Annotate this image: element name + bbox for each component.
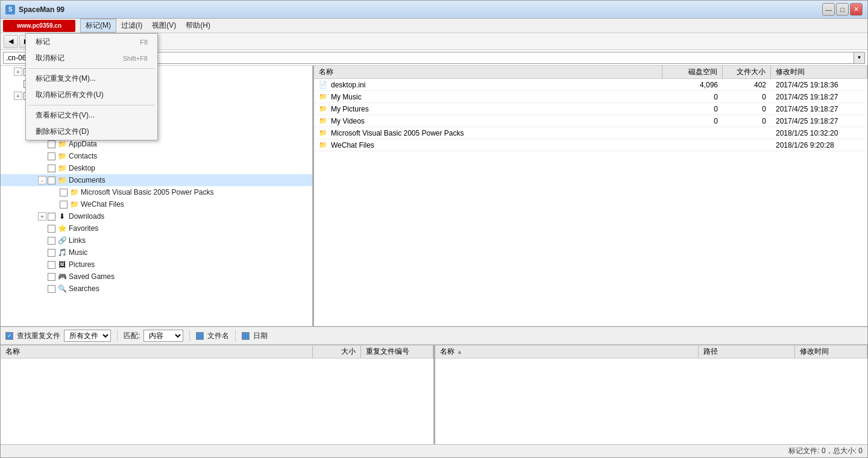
filename-checkbox[interactable] [196,332,204,340]
maximize-button[interactable]: □ [836,3,849,16]
menu-item-filter[interactable]: 过滤(I) [116,19,147,32]
expand-icon[interactable]: + [38,212,46,221]
menu-item-help[interactable]: 帮助(H) [181,19,215,32]
dropdown-delete-marked[interactable]: 删除标记文件(D) [26,124,157,140]
searches-icon: 🔍 [57,284,67,293]
dropdown-view-marked[interactable]: 查看标记文件(V)... [26,107,157,124]
file-row-wechat[interactable]: 📁WeChat Files 2018/1/26 9:20:28 [314,139,867,151]
downloads-icon: ⬇ [57,212,67,221]
expand-icon[interactable]: + [14,92,22,100]
tree-checkbox[interactable] [48,249,55,257]
dropdown-sep1 [28,68,155,69]
tree-item-links[interactable]: 🔗 Links [1,234,312,246]
tree-checkbox[interactable] [48,177,55,184]
tree-item-music[interactable]: 🎵 Music [1,246,312,259]
dup-header-size[interactable]: 大小 [313,345,361,358]
file-row-desktop-ini[interactable]: 📄desktop.ini 4,096 402 2017/4/25 19:18:3… [314,79,867,91]
close-button[interactable]: ✕ [850,3,863,16]
tree-item-mvb2005[interactable]: 📁 Microsoft Visual Basic 2005 Power Pack… [1,186,312,198]
tree-checkbox[interactable] [48,165,55,172]
cell-date: 2017/4/25 19:18:27 [771,93,867,101]
tree-item-pictures[interactable]: 🖼 Pictures [1,259,312,271]
file-row-my-pictures[interactable]: 📁My Pictures 0 0 2017/4/25 19:18:27 [314,103,867,115]
match-type-select[interactable]: 内容 文件名 大小 [143,330,183,342]
tree-label: Contacts [69,152,97,160]
dup-right-header-name[interactable]: 名称 ▲ [435,345,699,358]
folder-icon: 📁 [319,93,329,101]
tree-item-favorites[interactable]: ⭐ Favorites [1,222,312,234]
dup-right-header-mtime[interactable]: 修改时间 [795,345,867,358]
tree-item-contacts[interactable]: 📁 Contacts [1,150,312,162]
file-icon: 📄 [319,81,329,89]
tree-checkbox[interactable] [60,189,68,196]
header-name[interactable]: 名称 [314,66,662,78]
cell-disk: 4,096 [662,81,723,89]
folder-icon: 📁 [69,188,79,196]
folder-icon: 📁 [319,105,329,113]
tree-checkbox[interactable] [48,261,55,269]
header-date[interactable]: 修改时间 [771,66,867,78]
tree-item-saved-games[interactable]: 🎮 Saved Games [1,271,312,283]
dropdown-unmark-all[interactable]: 取消标记所有文件(U) [26,87,157,103]
tree-label: Saved Games [69,272,115,281]
cell-size: 0 [723,105,771,113]
file-row-mvb[interactable]: 📁Microsoft Visual Basic 2005 Power Packs… [314,127,867,139]
tree-checkbox[interactable] [48,285,55,293]
dropdown-mark[interactable]: 标记 F8 [26,34,157,50]
menu-item-view[interactable]: 视图(V) [147,19,181,32]
dropdown-menu: 标记 F8 取消标记 Shift+F8 标记重复文件(M)... 取消标记所有文… [25,33,158,140]
dup-right-body [435,359,868,444]
separator [117,330,118,342]
dropdown-mark-dup[interactable]: 标记重复文件(M)... [26,71,157,87]
dropdown-unmark[interactable]: 取消标记 Shift+F8 [26,50,157,66]
tree-checkbox[interactable] [48,140,55,148]
dup-header-num[interactable]: 重复文件编号 [361,345,433,358]
address-dropdown[interactable]: ▼ [854,52,865,64]
tree-checkbox[interactable] [48,213,55,221]
saved-games-icon: 🎮 [57,272,67,281]
status-text: 标记文件: 0，总大小: 0 [788,446,863,456]
tree-checkbox[interactable] [60,201,68,209]
expand-icon[interactable]: + [14,67,22,76]
tree-item-documents[interactable]: - 📁 Documents [1,174,312,186]
minimize-button[interactable]: — [822,3,835,16]
cell-disk: 0 [662,117,723,125]
folder-icon: 📁 [319,117,329,125]
toolbar-back[interactable]: ◀ [4,35,18,48]
file-row-my-videos[interactable]: 📁My Videos 0 0 2017/4/25 19:18:27 [314,115,867,127]
folder-icon: 📁 [57,152,67,160]
tree-item-downloads[interactable]: + ⬇ Downloads [1,210,312,222]
file-type-select[interactable]: 所有文件 图片文件 音频文件 视频文件 [64,330,111,342]
date-checkbox[interactable] [242,332,250,340]
bottom-toolbar: ✓ 查找重复文件 所有文件 图片文件 音频文件 视频文件 匹配: 内容 文件名 … [1,327,867,345]
tree-label: Searches [69,284,99,293]
tree-item-wechat[interactable]: 📁 WeChat Files [1,198,312,210]
app-icon: S [5,5,15,14]
menu-item-mark[interactable]: 标记(M) [80,19,116,33]
find-dup-checkbox[interactable]: ✓ [5,332,13,340]
tree-item-searches[interactable]: 🔍 Searches [1,283,312,295]
tree-item-desktop[interactable]: 📁 Desktop [1,162,312,174]
dup-right-header-path[interactable]: 路径 [699,345,795,358]
tree-checkbox[interactable] [48,237,55,245]
tree-checkbox[interactable] [48,152,55,160]
tree-label: Downloads [69,212,104,221]
expand-icon[interactable]: - [38,176,46,184]
dup-panel: 名称 大小 重复文件编号 名称 ▲ 路径 修改时间 [1,345,867,444]
dropdown-sep2 [28,105,155,105]
tree-label: WeChat Files [81,200,124,209]
dup-header-name[interactable]: 名称 [1,345,313,358]
tree-checkbox[interactable] [48,225,55,233]
folder-icon: 📁 [57,164,67,172]
cell-size: 0 [723,117,771,125]
dropdown-label: 删除标记文件(D) [36,127,89,137]
header-disk[interactable]: 磁盘空间 [662,66,723,78]
cell-size: 0 [723,93,771,101]
file-row-my-music[interactable]: 📁My Music 0 0 2017/4/25 19:18:27 [314,91,867,103]
tree-label: AppData [69,140,97,148]
match-label: 匹配: [124,331,140,341]
header-size[interactable]: 文件大小 [723,66,771,78]
favorites-icon: ⭐ [57,224,67,233]
file-list-header: 名称 磁盘空间 文件大小 修改时间 [314,66,867,79]
tree-checkbox[interactable] [48,273,55,281]
